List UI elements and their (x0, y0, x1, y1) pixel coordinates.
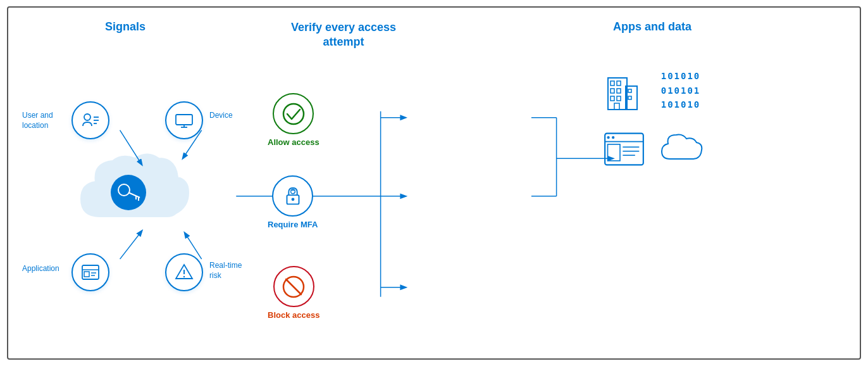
svg-point-32 (183, 276, 185, 277)
realtime-risk-label: Real-timerisk (209, 261, 242, 281)
svg-rect-46 (611, 96, 614, 101)
svg-rect-44 (611, 89, 614, 93)
block-access-item: Block access (268, 266, 319, 320)
verify-column: Verify every accessattempt Allow access (242, 8, 445, 358)
building-icon (602, 68, 646, 113)
svg-line-39 (286, 279, 301, 294)
apps-column: Apps and data (445, 8, 860, 358)
allow-access-item: Allow access (268, 93, 319, 147)
allow-access-icon (273, 93, 314, 134)
application-circle (71, 253, 109, 291)
device-circle (165, 101, 203, 139)
svg-rect-45 (617, 89, 621, 93)
app-dashboard-icon (602, 132, 646, 167)
data-binary-icon: 101010010101101010 (659, 68, 703, 113)
svg-point-57 (607, 136, 609, 139)
svg-rect-53 (607, 144, 620, 161)
cloud-apps-icon (659, 132, 703, 167)
user-location-circle (71, 101, 109, 139)
block-access-label: Block access (268, 310, 319, 320)
svg-rect-48 (614, 103, 619, 110)
block-access-icon (273, 266, 314, 307)
svg-rect-42 (611, 81, 614, 85)
svg-rect-51 (605, 134, 643, 165)
apps-icons-grid: 101010010101101010 (583, 68, 722, 167)
device-label: Device (209, 111, 233, 121)
realtime-risk-circle (165, 253, 203, 291)
verify-title: Verify every accessattempt (291, 8, 396, 50)
signals-title: Signals (8, 8, 242, 34)
application-label: Application (22, 264, 59, 274)
user-location-label: User andlocation (22, 111, 53, 130)
svg-rect-50 (628, 96, 631, 99)
svg-rect-47 (617, 96, 621, 101)
svg-point-13 (84, 114, 90, 120)
cloud-icon (65, 147, 192, 242)
mfa-icon (272, 175, 313, 217)
diagram-container: Signals User andlocation Device (7, 6, 861, 360)
allow-access-label: Allow access (268, 137, 319, 147)
signals-column: Signals User andlocation Device (8, 8, 242, 358)
svg-rect-49 (628, 89, 631, 92)
svg-point-35 (291, 198, 294, 201)
svg-rect-28 (84, 272, 89, 277)
svg-rect-43 (617, 81, 621, 85)
require-mfa-label: Require MFA (268, 220, 318, 229)
require-mfa-item: Require MFA (268, 175, 318, 229)
svg-point-58 (612, 136, 614, 139)
svg-rect-17 (176, 115, 192, 125)
apps-title: Apps and data (613, 8, 691, 34)
